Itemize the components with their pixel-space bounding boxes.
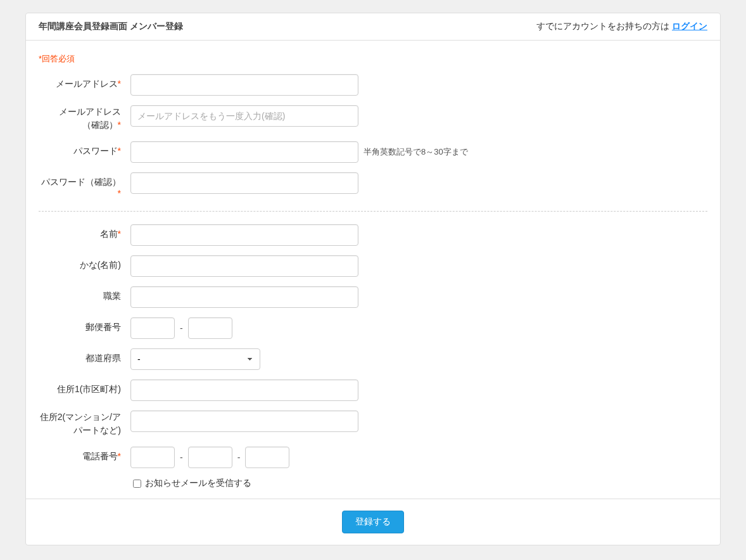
required-mark: *	[118, 120, 121, 130]
phone-dash1: -	[180, 452, 183, 462]
newsletter-label[interactable]: お知らせメールを受信する	[145, 478, 251, 489]
label-prefecture: 都道府県	[39, 348, 130, 364]
section-divider	[39, 211, 707, 212]
label-password-confirm: パスワード（確認）*	[39, 172, 130, 198]
postal1-field[interactable]	[130, 317, 175, 339]
phone-dash2: -	[237, 452, 241, 462]
phone1-field[interactable]	[130, 447, 175, 468]
row-prefecture: 都道府県 -	[39, 348, 707, 370]
label-email: メールアドレス*	[39, 74, 130, 90]
required-mark: *	[118, 146, 121, 156]
required-mark: *	[118, 188, 121, 198]
password-confirm-field[interactable]	[130, 172, 358, 194]
email-confirm-field[interactable]	[130, 105, 358, 127]
kana-field[interactable]	[130, 255, 358, 277]
page-title: 年間講座会員登録画面 メンバー登録	[39, 21, 183, 32]
row-address1: 住所1(市区町村)	[39, 379, 707, 401]
panel-footer: 登録する	[26, 499, 720, 545]
postal-dash: -	[180, 323, 183, 333]
required-mark: *	[118, 229, 121, 239]
name-field[interactable]	[130, 224, 358, 246]
required-mark: *	[118, 79, 121, 89]
address1-field[interactable]	[130, 379, 358, 401]
row-password: パスワード* 半角英数記号で8～30字まで	[39, 141, 707, 163]
row-newsletter: お知らせメールを受信する	[39, 478, 707, 489]
occupation-field[interactable]	[130, 286, 358, 308]
label-name: 名前*	[39, 224, 130, 240]
label-phone: 電話番号*	[39, 447, 130, 462]
form-body: *回答必須 メールアドレス* メールアドレス （確認）* パスワード*	[26, 41, 720, 489]
required-note: *回答必須	[39, 53, 707, 65]
label-occupation: 職業	[39, 286, 130, 302]
label-kana: かな(名前)	[39, 255, 130, 271]
row-name: 名前*	[39, 224, 707, 246]
row-email-confirm: メールアドレス （確認）*	[39, 105, 707, 132]
login-prompt-text: すでにアカウントをお持ちの方は	[536, 21, 672, 31]
email-field[interactable]	[130, 74, 358, 96]
row-email: メールアドレス*	[39, 74, 707, 96]
password-help: 半角英数記号で8～30字まで	[364, 146, 468, 158]
newsletter-checkbox[interactable]	[133, 480, 141, 488]
postal2-field[interactable]	[188, 317, 232, 339]
login-prompt: すでにアカウントをお持ちの方は ログイン	[536, 21, 707, 32]
label-address2: 住所2(マンション/ア パートなど)	[39, 410, 130, 437]
panel-header: 年間講座会員登録画面 メンバー登録 すでにアカウントをお持ちの方は ログイン	[26, 13, 720, 41]
password-field[interactable]	[130, 141, 358, 163]
row-occupation: 職業	[39, 286, 707, 308]
login-link[interactable]: ログイン	[672, 21, 707, 31]
row-phone: 電話番号* - -	[39, 447, 707, 468]
row-kana: かな(名前)	[39, 255, 707, 277]
required-mark: *	[118, 451, 121, 461]
row-address2: 住所2(マンション/ア パートなど)	[39, 410, 707, 437]
submit-button[interactable]: 登録する	[342, 511, 404, 533]
phone3-field[interactable]	[245, 447, 289, 468]
row-password-confirm: パスワード（確認）*	[39, 172, 707, 198]
label-email-confirm: メールアドレス （確認）*	[39, 105, 130, 132]
registration-panel: 年間講座会員登録画面 メンバー登録 すでにアカウントをお持ちの方は ログイン *…	[25, 13, 721, 545]
address2-field[interactable]	[130, 410, 358, 432]
label-password: パスワード*	[39, 141, 130, 157]
label-address1: 住所1(市区町村)	[39, 379, 130, 395]
prefecture-select[interactable]: -	[130, 348, 260, 370]
label-postal: 郵便番号	[39, 317, 130, 333]
phone2-field[interactable]	[188, 447, 232, 468]
row-postal: 郵便番号 -	[39, 317, 707, 339]
